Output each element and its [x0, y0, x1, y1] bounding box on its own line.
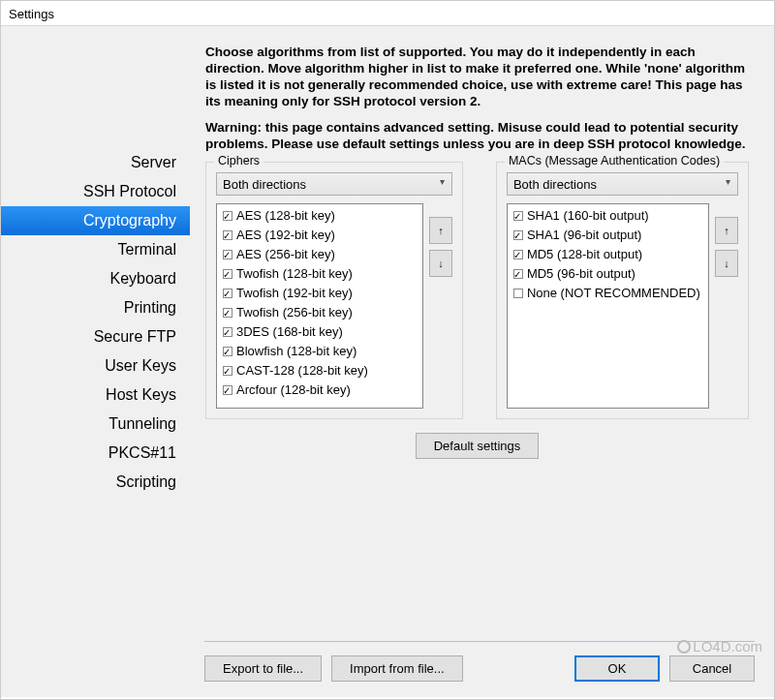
macs-direction-select[interactable]: Both directions: [507, 172, 738, 196]
checkbox-icon[interactable]: [513, 211, 523, 221]
list-item-label: CAST-128 (128-bit key): [236, 363, 368, 378]
ciphers-group: Ciphers Both directions AES (128-bit key…: [205, 162, 463, 419]
list-item-label: 3DES (168-bit key): [236, 324, 343, 339]
checkbox-icon[interactable]: [223, 308, 232, 318]
list-item-label: SHA1 (96-bit output): [527, 228, 642, 242]
ciphers-move-up-button[interactable]: ↑: [429, 217, 452, 244]
sidebar-item-printing[interactable]: Printing: [1, 293, 190, 322]
macs-group: MACs (Message Authentication Codes) Both…: [496, 162, 749, 419]
default-settings-button[interactable]: Default settings: [416, 433, 540, 459]
cancel-button[interactable]: Cancel: [669, 655, 755, 682]
divider: [204, 641, 755, 642]
list-item-label: MD5 (128-bit output): [527, 247, 642, 261]
list-item[interactable]: AES (256-bit key): [217, 245, 422, 264]
bottom-bar: Export to file... Import from file... OK…: [204, 641, 755, 682]
checkbox-icon[interactable]: [223, 366, 232, 376]
sidebar-item-ssh-protocol[interactable]: SSH Protocol: [1, 177, 190, 206]
export-button[interactable]: Export to file...: [204, 655, 322, 682]
checkbox-icon[interactable]: [513, 289, 523, 298]
sidebar-item-cryptography[interactable]: Cryptography: [1, 206, 190, 235]
checkbox-icon[interactable]: [513, 269, 523, 279]
list-item-label: MD5 (96-bit output): [527, 266, 636, 281]
list-item[interactable]: Blowfish (128-bit key): [217, 342, 422, 361]
macs-group-label: MACs (Message Authentication Codes): [505, 154, 724, 167]
checkbox-icon[interactable]: [513, 250, 523, 259]
list-item[interactable]: AES (128-bit key): [217, 206, 422, 226]
list-item[interactable]: Twofish (256-bit key): [217, 303, 422, 322]
import-button[interactable]: Import from file...: [331, 655, 463, 682]
checkbox-icon[interactable]: [223, 347, 232, 356]
checkbox-icon[interactable]: [223, 230, 232, 240]
page-warning: Warning: this page contains advanced set…: [205, 119, 749, 152]
checkbox-icon[interactable]: [223, 250, 232, 259]
checkbox-icon[interactable]: [513, 230, 523, 240]
list-item[interactable]: AES (192-bit key): [217, 226, 422, 245]
macs-listbox[interactable]: SHA1 (160-bit output)SHA1 (96-bit output…: [507, 203, 709, 409]
checkbox-icon[interactable]: [223, 211, 232, 221]
list-item[interactable]: CAST-128 (128-bit key): [217, 361, 422, 380]
list-item-label: AES (192-bit key): [236, 228, 335, 242]
list-item-label: SHA1 (160-bit output): [527, 208, 649, 223]
list-item-label: Twofish (128-bit key): [236, 266, 353, 281]
list-item[interactable]: 3DES (168-bit key): [217, 322, 422, 342]
sidebar-item-pkcs-11[interactable]: PKCS#11: [1, 439, 190, 468]
list-item[interactable]: MD5 (96-bit output): [508, 264, 708, 284]
sidebar-item-server[interactable]: Server: [1, 148, 190, 177]
list-item-label: Twofish (256-bit key): [236, 305, 353, 320]
ok-button[interactable]: OK: [574, 655, 660, 682]
list-item-label: None (NOT RECOMMENDED): [527, 286, 700, 300]
list-item-label: AES (256-bit key): [236, 247, 335, 261]
window-title: Settings: [1, 1, 774, 26]
sidebar-item-terminal[interactable]: Terminal: [1, 235, 190, 264]
macs-move-up-button[interactable]: ↑: [715, 217, 738, 244]
checkbox-icon[interactable]: [223, 327, 232, 337]
sidebar-item-tunneling[interactable]: Tunneling: [1, 410, 190, 439]
sidebar-item-keyboard[interactable]: Keyboard: [1, 264, 190, 293]
list-item[interactable]: MD5 (128-bit output): [508, 245, 708, 264]
ciphers-listbox[interactable]: AES (128-bit key)AES (192-bit key)AES (2…: [216, 203, 423, 409]
list-item[interactable]: Twofish (128-bit key): [217, 264, 422, 284]
list-item-label: Blowfish (128-bit key): [236, 344, 356, 358]
settings-sidebar: ServerSSH ProtocolCryptographyTerminalKe…: [1, 40, 190, 639]
checkbox-icon[interactable]: [223, 385, 232, 395]
content-area: ServerSSH ProtocolCryptographyTerminalKe…: [1, 26, 774, 697]
list-item-label: AES (128-bit key): [236, 208, 335, 223]
sidebar-item-user-keys[interactable]: User Keys: [1, 351, 190, 380]
list-item[interactable]: SHA1 (96-bit output): [508, 226, 708, 245]
list-item-label: Twofish (192-bit key): [236, 286, 353, 300]
list-item-label: Arcfour (128-bit key): [236, 382, 351, 397]
list-item[interactable]: None (NOT RECOMMENDED): [508, 284, 708, 303]
ciphers-move-down-button[interactable]: ↓: [429, 250, 452, 277]
list-item[interactable]: SHA1 (160-bit output): [508, 206, 708, 226]
main-panel: Choose algorithms from list of supported…: [190, 40, 757, 639]
checkbox-icon[interactable]: [223, 269, 232, 279]
sidebar-item-scripting[interactable]: Scripting: [1, 468, 190, 497]
ciphers-direction-select[interactable]: Both directions: [216, 172, 452, 196]
checkbox-icon[interactable]: [223, 289, 232, 298]
macs-move-down-button[interactable]: ↓: [715, 250, 738, 277]
ciphers-group-label: Ciphers: [214, 154, 264, 167]
sidebar-item-host-keys[interactable]: Host Keys: [1, 380, 190, 410]
list-item[interactable]: Twofish (192-bit key): [217, 284, 422, 303]
list-item[interactable]: Arcfour (128-bit key): [217, 380, 422, 400]
page-description: Choose algorithms from list of supported…: [205, 44, 749, 109]
sidebar-item-secure-ftp[interactable]: Secure FTP: [1, 322, 190, 351]
